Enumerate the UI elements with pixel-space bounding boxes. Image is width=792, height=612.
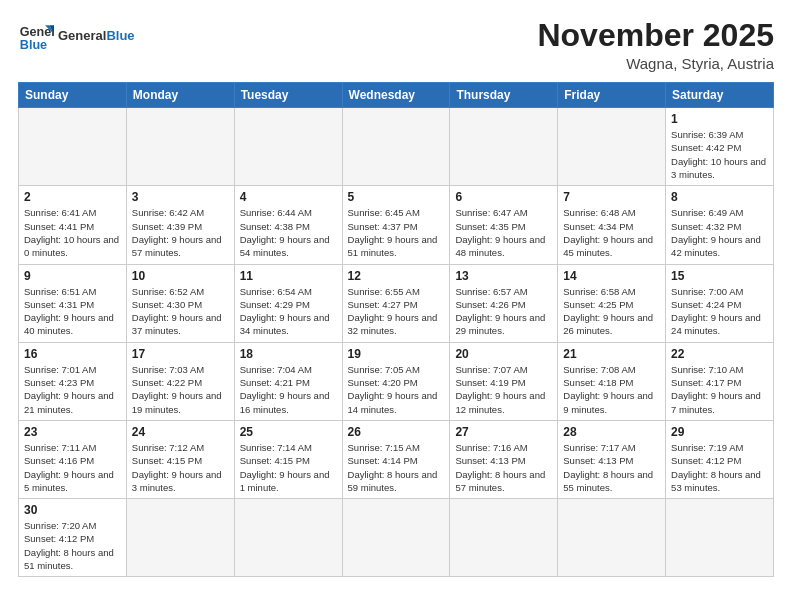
calendar-cell: 29Sunrise: 7:19 AM Sunset: 4:12 PM Dayli… [666, 420, 774, 498]
day-info: Sunrise: 7:20 AM Sunset: 4:12 PM Dayligh… [24, 519, 121, 572]
week-row-3: 9Sunrise: 6:51 AM Sunset: 4:31 PM Daylig… [19, 264, 774, 342]
day-number: 11 [240, 269, 337, 283]
calendar-cell [19, 108, 127, 186]
day-number: 2 [24, 190, 121, 204]
day-info: Sunrise: 7:00 AM Sunset: 4:24 PM Dayligh… [671, 285, 768, 338]
day-number: 27 [455, 425, 552, 439]
day-info: Sunrise: 6:58 AM Sunset: 4:25 PM Dayligh… [563, 285, 660, 338]
day-info: Sunrise: 6:57 AM Sunset: 4:26 PM Dayligh… [455, 285, 552, 338]
calendar-cell [342, 499, 450, 577]
calendar-cell: 5Sunrise: 6:45 AM Sunset: 4:37 PM Daylig… [342, 186, 450, 264]
weekday-header-row: SundayMondayTuesdayWednesdayThursdayFrid… [19, 83, 774, 108]
day-number: 1 [671, 112, 768, 126]
week-row-2: 2Sunrise: 6:41 AM Sunset: 4:41 PM Daylig… [19, 186, 774, 264]
day-info: Sunrise: 6:51 AM Sunset: 4:31 PM Dayligh… [24, 285, 121, 338]
day-info: Sunrise: 6:42 AM Sunset: 4:39 PM Dayligh… [132, 206, 229, 259]
calendar-cell: 19Sunrise: 7:05 AM Sunset: 4:20 PM Dayli… [342, 342, 450, 420]
calendar-cell [450, 499, 558, 577]
day-number: 9 [24, 269, 121, 283]
page: General Blue GeneralBlue November 2025 W… [0, 0, 792, 612]
day-info: Sunrise: 7:05 AM Sunset: 4:20 PM Dayligh… [348, 363, 445, 416]
day-info: Sunrise: 7:19 AM Sunset: 4:12 PM Dayligh… [671, 441, 768, 494]
calendar-cell: 2Sunrise: 6:41 AM Sunset: 4:41 PM Daylig… [19, 186, 127, 264]
day-number: 13 [455, 269, 552, 283]
week-row-1: 1Sunrise: 6:39 AM Sunset: 4:42 PM Daylig… [19, 108, 774, 186]
day-info: Sunrise: 6:52 AM Sunset: 4:30 PM Dayligh… [132, 285, 229, 338]
calendar-cell [558, 499, 666, 577]
calendar-cell [234, 108, 342, 186]
calendar-cell: 1Sunrise: 6:39 AM Sunset: 4:42 PM Daylig… [666, 108, 774, 186]
calendar-cell: 3Sunrise: 6:42 AM Sunset: 4:39 PM Daylig… [126, 186, 234, 264]
logo-general: General [58, 28, 106, 43]
day-number: 4 [240, 190, 337, 204]
weekday-header-saturday: Saturday [666, 83, 774, 108]
day-info: Sunrise: 6:55 AM Sunset: 4:27 PM Dayligh… [348, 285, 445, 338]
calendar-cell: 14Sunrise: 6:58 AM Sunset: 4:25 PM Dayli… [558, 264, 666, 342]
svg-text:Blue: Blue [20, 38, 47, 52]
day-info: Sunrise: 6:48 AM Sunset: 4:34 PM Dayligh… [563, 206, 660, 259]
calendar-cell: 20Sunrise: 7:07 AM Sunset: 4:19 PM Dayli… [450, 342, 558, 420]
calendar-cell [126, 108, 234, 186]
day-number: 19 [348, 347, 445, 361]
calendar-cell: 28Sunrise: 7:17 AM Sunset: 4:13 PM Dayli… [558, 420, 666, 498]
title-area: November 2025 Wagna, Styria, Austria [537, 18, 774, 72]
calendar-cell: 23Sunrise: 7:11 AM Sunset: 4:16 PM Dayli… [19, 420, 127, 498]
weekday-header-thursday: Thursday [450, 83, 558, 108]
day-info: Sunrise: 6:49 AM Sunset: 4:32 PM Dayligh… [671, 206, 768, 259]
day-number: 28 [563, 425, 660, 439]
day-number: 21 [563, 347, 660, 361]
day-number: 20 [455, 347, 552, 361]
calendar-cell: 9Sunrise: 6:51 AM Sunset: 4:31 PM Daylig… [19, 264, 127, 342]
day-number: 8 [671, 190, 768, 204]
weekday-header-sunday: Sunday [19, 83, 127, 108]
week-row-6: 30Sunrise: 7:20 AM Sunset: 4:12 PM Dayli… [19, 499, 774, 577]
day-number: 15 [671, 269, 768, 283]
calendar: SundayMondayTuesdayWednesdayThursdayFrid… [18, 82, 774, 577]
weekday-header-friday: Friday [558, 83, 666, 108]
day-info: Sunrise: 7:01 AM Sunset: 4:23 PM Dayligh… [24, 363, 121, 416]
calendar-cell [666, 499, 774, 577]
day-number: 3 [132, 190, 229, 204]
calendar-cell: 24Sunrise: 7:12 AM Sunset: 4:15 PM Dayli… [126, 420, 234, 498]
day-info: Sunrise: 6:54 AM Sunset: 4:29 PM Dayligh… [240, 285, 337, 338]
day-number: 7 [563, 190, 660, 204]
day-number: 30 [24, 503, 121, 517]
logo-icon: General Blue [18, 18, 54, 54]
day-info: Sunrise: 7:11 AM Sunset: 4:16 PM Dayligh… [24, 441, 121, 494]
weekday-header-monday: Monday [126, 83, 234, 108]
day-info: Sunrise: 7:03 AM Sunset: 4:22 PM Dayligh… [132, 363, 229, 416]
calendar-cell [342, 108, 450, 186]
day-info: Sunrise: 7:08 AM Sunset: 4:18 PM Dayligh… [563, 363, 660, 416]
calendar-cell: 13Sunrise: 6:57 AM Sunset: 4:26 PM Dayli… [450, 264, 558, 342]
day-number: 25 [240, 425, 337, 439]
day-info: Sunrise: 7:10 AM Sunset: 4:17 PM Dayligh… [671, 363, 768, 416]
day-number: 12 [348, 269, 445, 283]
day-info: Sunrise: 6:45 AM Sunset: 4:37 PM Dayligh… [348, 206, 445, 259]
day-info: Sunrise: 7:04 AM Sunset: 4:21 PM Dayligh… [240, 363, 337, 416]
day-number: 6 [455, 190, 552, 204]
day-number: 26 [348, 425, 445, 439]
calendar-cell: 10Sunrise: 6:52 AM Sunset: 4:30 PM Dayli… [126, 264, 234, 342]
calendar-cell: 11Sunrise: 6:54 AM Sunset: 4:29 PM Dayli… [234, 264, 342, 342]
calendar-cell: 21Sunrise: 7:08 AM Sunset: 4:18 PM Dayli… [558, 342, 666, 420]
header: General Blue GeneralBlue November 2025 W… [18, 18, 774, 72]
weekday-header-tuesday: Tuesday [234, 83, 342, 108]
day-info: Sunrise: 7:12 AM Sunset: 4:15 PM Dayligh… [132, 441, 229, 494]
day-number: 18 [240, 347, 337, 361]
calendar-cell: 27Sunrise: 7:16 AM Sunset: 4:13 PM Dayli… [450, 420, 558, 498]
calendar-cell [234, 499, 342, 577]
week-row-4: 16Sunrise: 7:01 AM Sunset: 4:23 PM Dayli… [19, 342, 774, 420]
day-info: Sunrise: 6:47 AM Sunset: 4:35 PM Dayligh… [455, 206, 552, 259]
day-number: 24 [132, 425, 229, 439]
calendar-cell: 8Sunrise: 6:49 AM Sunset: 4:32 PM Daylig… [666, 186, 774, 264]
day-info: Sunrise: 7:07 AM Sunset: 4:19 PM Dayligh… [455, 363, 552, 416]
day-number: 5 [348, 190, 445, 204]
calendar-cell [450, 108, 558, 186]
week-row-5: 23Sunrise: 7:11 AM Sunset: 4:16 PM Dayli… [19, 420, 774, 498]
day-info: Sunrise: 7:16 AM Sunset: 4:13 PM Dayligh… [455, 441, 552, 494]
day-info: Sunrise: 7:17 AM Sunset: 4:13 PM Dayligh… [563, 441, 660, 494]
day-number: 10 [132, 269, 229, 283]
day-info: Sunrise: 6:39 AM Sunset: 4:42 PM Dayligh… [671, 128, 768, 181]
calendar-cell: 22Sunrise: 7:10 AM Sunset: 4:17 PM Dayli… [666, 342, 774, 420]
day-info: Sunrise: 6:44 AM Sunset: 4:38 PM Dayligh… [240, 206, 337, 259]
